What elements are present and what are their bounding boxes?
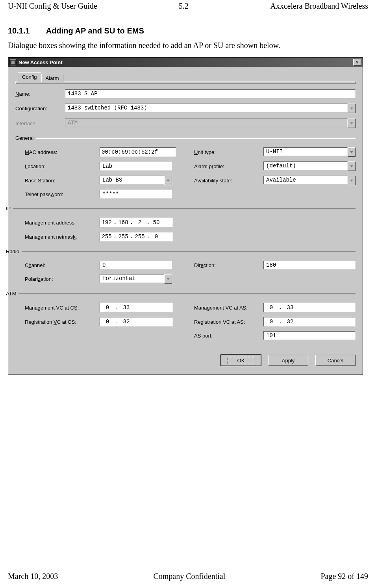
base-station-field[interactable]: Lab BS: [100, 176, 164, 184]
alarm-profile-label: Alarm profile:: [194, 163, 263, 169]
availability-dropdown-icon[interactable]: [348, 176, 356, 185]
button-bar: OK Apply Cancel: [15, 355, 356, 366]
apply-button[interactable]: Apply: [268, 355, 308, 366]
channel-label: Channel:: [25, 262, 100, 268]
mgmt-netmask-label: Management netmask:: [25, 234, 100, 240]
location-field[interactable]: Lab: [100, 162, 172, 171]
unit-type-field[interactable]: U-NII: [263, 147, 348, 156]
ok-button[interactable]: OK: [221, 355, 261, 366]
radio-legend: Radio: [6, 249, 19, 254]
atm-legend: ATM: [6, 291, 16, 297]
as-port-label: AS port:: [194, 333, 263, 339]
location-label: Location:: [25, 163, 100, 169]
titlebar[interactable]: New Access Point ×: [8, 58, 363, 67]
mvc-as-label: Management VC at AS:: [194, 305, 263, 311]
header-center: 5.2: [179, 2, 189, 11]
rvc-cs-field[interactable]: 0.32: [100, 317, 173, 326]
general-legend: General: [15, 135, 33, 141]
base-station-dropdown-icon[interactable]: [164, 176, 172, 185]
intro-text: Dialogue boxes showing the information n…: [8, 41, 368, 50]
base-station-label: Base Station:: [25, 178, 100, 184]
new-access-point-dialog: New Access Point × Config Alarm Name: 14…: [8, 57, 363, 375]
configuration-field[interactable]: 1483 switched (RFC 1483): [65, 104, 348, 112]
unit-type-label: Unit type:: [194, 149, 263, 155]
section-title: Adding AP and SU to EMS: [46, 26, 144, 35]
mvc-cs-field[interactable]: 0.33: [100, 303, 173, 312]
telnet-field[interactable]: *****: [100, 190, 172, 198]
close-icon[interactable]: ×: [353, 59, 361, 66]
tab-alarm[interactable]: Alarm: [41, 74, 63, 82]
rvc-as-field[interactable]: 0.32: [263, 317, 356, 326]
section-number: 10.1.1: [8, 26, 44, 35]
footer-left: March 10, 2003: [8, 572, 58, 581]
configuration-label: Configuration:: [15, 106, 65, 111]
polarization-dropdown-icon[interactable]: [164, 274, 172, 284]
cancel-button[interactable]: Cancel: [315, 355, 356, 366]
alarm-profile-dropdown-icon[interactable]: [348, 161, 356, 171]
window-title: New Access Point: [19, 59, 353, 65]
ip-legend: IP: [6, 206, 11, 211]
mgmt-address-label: Management address:: [25, 220, 100, 226]
alarm-profile-field[interactable]: (default): [263, 161, 348, 170]
page-footer: March 10, 2003 Company Confidential Page…: [8, 572, 368, 581]
footer-right: Page 92 of 149: [320, 572, 368, 581]
polarization-label: Polarization:: [25, 276, 100, 282]
unit-type-dropdown-icon[interactable]: [348, 147, 356, 157]
channel-field[interactable]: 0: [100, 261, 172, 269]
mgmt-netmask-field[interactable]: 255. 255. 255. 0: [100, 232, 173, 241]
tab-panel-edge: [15, 82, 356, 84]
tab-strip: Config Alarm: [18, 72, 356, 82]
telnet-label: Telnet password:: [25, 191, 100, 197]
tab-config[interactable]: Config: [18, 72, 41, 82]
rvc-as-label: Registration VC at AS:: [194, 319, 263, 325]
mvc-cs-label: Management VC at CS:: [25, 305, 100, 311]
header-left: U-NII Config & User Guide: [8, 2, 97, 11]
availability-label: Availability state:: [194, 178, 263, 184]
interface-label: Interface:: [15, 121, 65, 126]
mgmt-address-field[interactable]: 192. 168. 2. 50: [100, 218, 173, 227]
direction-field[interactable]: 180: [263, 261, 356, 269]
mvc-as-field[interactable]: 0.33: [263, 303, 356, 312]
direction-label: Direction:: [194, 262, 263, 268]
rvc-cs-label: Registration VC at CS:: [25, 319, 100, 325]
footer-center: Company Confidential: [153, 572, 225, 581]
configuration-dropdown-icon[interactable]: [348, 104, 356, 113]
name-field[interactable]: 1483_S AP: [65, 89, 356, 98]
mac-label: MAC address:: [25, 149, 100, 155]
section-heading: 10.1.1 Adding AP and SU to EMS: [8, 26, 368, 35]
mac-field[interactable]: 00:c0:69:0c:52:2f: [100, 147, 176, 157]
interface-field: ATM: [65, 119, 348, 127]
name-label: Name:: [15, 91, 65, 97]
interface-dropdown-icon: [348, 119, 356, 128]
window-icon: [10, 59, 16, 65]
header-right: Axxcelera Broadband Wireless: [270, 2, 368, 11]
availability-field[interactable]: Available: [263, 176, 348, 184]
as-port-field[interactable]: 101: [263, 331, 356, 340]
page-header: U-NII Config & User Guide 5.2 Axxcelera …: [8, 0, 368, 11]
polarization-field[interactable]: Horizontal: [100, 274, 164, 283]
